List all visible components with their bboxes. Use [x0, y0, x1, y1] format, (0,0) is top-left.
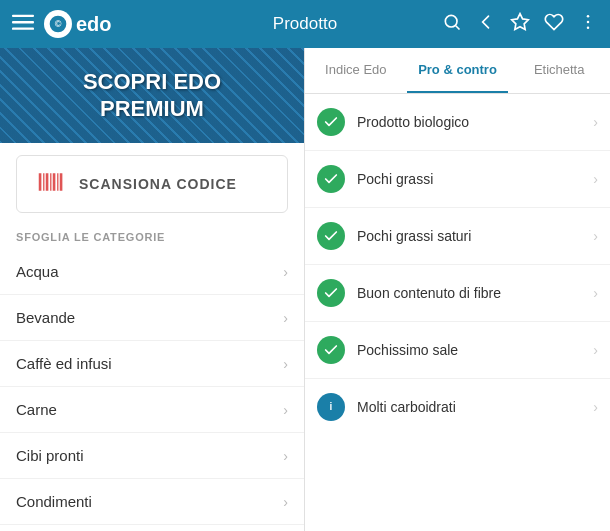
svg-point-10 [587, 27, 590, 30]
category-name: Condimenti [16, 493, 92, 510]
chevron-right-icon: › [593, 228, 598, 244]
logo: © edo [44, 10, 112, 38]
right-panel: Indice EdoPro & controEtichetta Prodotto… [305, 48, 610, 531]
more-icon[interactable] [578, 12, 598, 36]
pros-cons-item[interactable]: i Molti carboidrati › [305, 379, 610, 435]
barcode-icon [37, 168, 65, 200]
categories-header: SFOGLIA LE CATEGORIE [0, 225, 304, 249]
pros-cons-label: Pochissimo sale [357, 342, 581, 358]
chevron-right-icon: › [593, 171, 598, 187]
status-icon-green [317, 222, 345, 250]
nav-left: © edo [12, 10, 172, 38]
category-item[interactable]: Bevande › [0, 295, 304, 341]
category-list: Acqua › Bevande › Caffè ed infusi › Carn… [0, 249, 304, 531]
svg-rect-12 [43, 173, 44, 191]
svg-text:©: © [55, 19, 62, 29]
logo-circle: © [44, 10, 72, 38]
pros-cons-label: Pochi grassi [357, 171, 581, 187]
chevron-right-icon: › [283, 494, 288, 510]
pros-cons-item[interactable]: Prodotto biologico › [305, 94, 610, 151]
svg-rect-16 [57, 173, 58, 191]
svg-rect-15 [53, 173, 56, 191]
svg-rect-17 [60, 173, 63, 191]
promo-banner[interactable]: SCOPRI EDO PREMIUM [0, 48, 304, 143]
category-item[interactable]: Cibi pronti › [0, 433, 304, 479]
scan-label: SCANSIONA CODICE [79, 176, 237, 192]
category-item[interactable]: Caffè ed infusi › [0, 341, 304, 387]
chevron-right-icon: › [283, 264, 288, 280]
category-name: Bevande [16, 309, 75, 326]
pros-cons-label: Molti carboidrati [357, 399, 581, 415]
svg-line-6 [456, 26, 460, 30]
status-icon-green [317, 108, 345, 136]
pros-cons-item[interactable]: Buon contenuto di fibre › [305, 265, 610, 322]
tab-etichetta[interactable]: Etichetta [508, 48, 610, 93]
svg-point-9 [587, 21, 590, 24]
nav-right [438, 12, 598, 36]
chevron-right-icon: › [593, 285, 598, 301]
logo-text: edo [76, 13, 112, 36]
chevron-right-icon: › [593, 342, 598, 358]
svg-rect-1 [12, 21, 34, 23]
category-name: Caffè ed infusi [16, 355, 112, 372]
pros-cons-item[interactable]: Pochi grassi saturi › [305, 208, 610, 265]
svg-point-8 [587, 15, 590, 17]
svg-rect-14 [50, 173, 51, 191]
chevron-right-icon: › [283, 448, 288, 464]
chevron-right-icon: › [283, 402, 288, 418]
pros-cons-label: Buon contenuto di fibre [357, 285, 581, 301]
svg-rect-11 [39, 173, 42, 191]
svg-text:i: i [330, 401, 333, 412]
pros-cons-item[interactable]: Pochissimo sale › [305, 322, 610, 379]
status-icon-green [317, 336, 345, 364]
left-panel: SCOPRI EDO PREMIUM SCANSIONA CODICE SFOG… [0, 48, 305, 531]
status-icon-green [317, 279, 345, 307]
pros-cons-label: Prodotto biologico [357, 114, 581, 130]
chevron-right-icon: › [283, 356, 288, 372]
promo-text: SCOPRI EDO PREMIUM [83, 69, 221, 122]
svg-marker-7 [512, 14, 529, 30]
tab-pro--contro[interactable]: Pro & contro [407, 48, 509, 93]
star-icon[interactable] [510, 12, 530, 36]
pros-cons-item[interactable]: Pochi grassi › [305, 151, 610, 208]
category-name: Acqua [16, 263, 59, 280]
pros-cons-list: Prodotto biologico › Pochi grassi › Poch… [305, 94, 610, 531]
search-icon[interactable] [442, 12, 462, 36]
svg-point-5 [445, 15, 457, 27]
svg-rect-13 [46, 173, 49, 191]
menu-icon[interactable] [12, 11, 34, 38]
category-item[interactable]: Acqua › [0, 249, 304, 295]
tabs-bar: Indice EdoPro & controEtichetta [305, 48, 610, 94]
svg-rect-0 [12, 14, 34, 16]
scan-button[interactable]: SCANSIONA CODICE [16, 155, 288, 213]
svg-rect-2 [12, 27, 34, 29]
heart-icon[interactable] [544, 12, 564, 36]
category-item[interactable]: Condimenti › [0, 479, 304, 525]
top-navigation: © edo Prodotto [0, 0, 610, 48]
chevron-right-icon: › [593, 399, 598, 415]
main-content: SCOPRI EDO PREMIUM SCANSIONA CODICE SFOG… [0, 48, 610, 531]
category-item[interactable]: Conserve e semiconserve › [0, 525, 304, 531]
chevron-right-icon: › [283, 310, 288, 326]
chevron-right-icon: › [593, 114, 598, 130]
category-name: Carne [16, 401, 57, 418]
status-icon-green [317, 165, 345, 193]
pros-cons-label: Pochi grassi saturi [357, 228, 581, 244]
category-item[interactable]: Carne › [0, 387, 304, 433]
back-icon[interactable] [476, 12, 496, 36]
page-title: Prodotto [172, 14, 438, 34]
category-name: Cibi pronti [16, 447, 84, 464]
tab-indice-edo[interactable]: Indice Edo [305, 48, 407, 93]
status-icon-info: i [317, 393, 345, 421]
